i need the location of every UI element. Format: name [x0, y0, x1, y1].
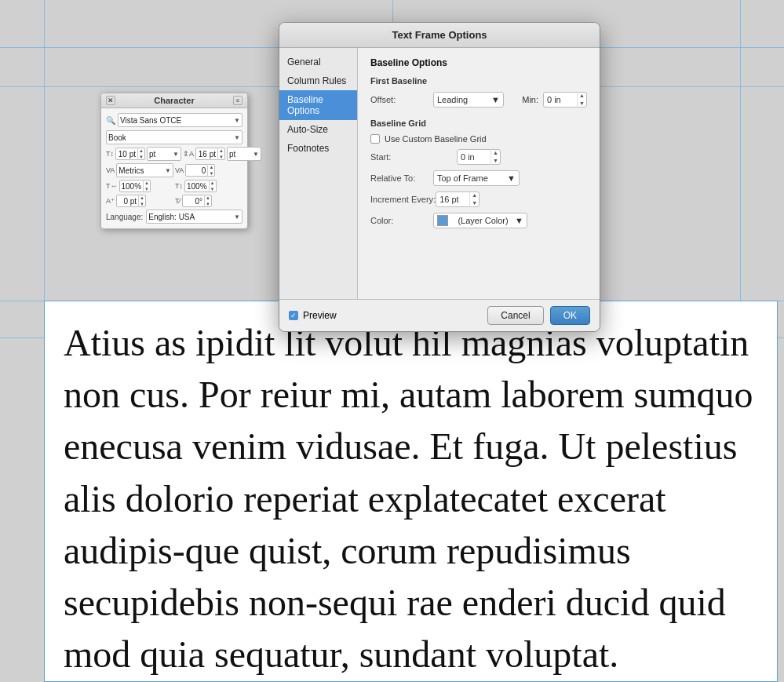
h-scale-label: T↔ — [106, 182, 118, 190]
kerning-value-field[interactable]: 0 ▲ ▼ — [185, 164, 215, 177]
kerning-value-arrows[interactable]: ▲ ▼ — [207, 164, 214, 177]
v-scale-group: T↕ 100% ▲ ▼ — [175, 180, 242, 192]
v-scale-up[interactable]: ▲ — [210, 180, 216, 186]
sidebar-item-column-rules[interactable]: Column Rules — [279, 71, 357, 90]
sidebar-item-auto-size[interactable]: Auto-Size — [279, 120, 357, 139]
panel-title: Character — [115, 96, 233, 105]
color-swatch — [437, 215, 448, 226]
min-up-arrow[interactable]: ▲ — [578, 92, 586, 100]
kerning-type-dropdown[interactable]: Metrics ▼ — [116, 163, 173, 177]
leading-field[interactable]: 16 pt ▲ ▼ — [195, 148, 225, 160]
leading-unit-dropdown[interactable]: pt ▼ — [227, 147, 261, 161]
kerning-type-value: Metrics — [119, 166, 144, 175]
sidebar-item-baseline-options[interactable]: Baseline Options — [279, 90, 357, 120]
h-scale-up[interactable]: ▲ — [144, 180, 150, 186]
panel-close-button[interactable]: ✕ — [106, 96, 115, 105]
font-name-dropdown[interactable]: Vista Sans OTCE ▼ — [118, 113, 242, 127]
v-scale-value: 100% — [185, 182, 209, 191]
skew-up[interactable]: ▲ — [205, 195, 211, 201]
font-size-field[interactable]: 10 pt ▲ ▼ — [115, 148, 145, 160]
h-scale-down[interactable]: ▼ — [144, 186, 150, 192]
increment-field[interactable]: 16 pt ▲ ▼ — [436, 191, 480, 207]
start-up-arrow[interactable]: ▲ — [491, 149, 500, 157]
cancel-button[interactable]: Cancel — [487, 306, 543, 325]
kerning-value-label: VA — [175, 166, 184, 174]
min-field[interactable]: 0 in ▲ ▼ — [543, 92, 587, 108]
start-down-arrow[interactable]: ▼ — [491, 157, 500, 165]
chevron-down-icon-4: ▼ — [253, 151, 259, 158]
min-label: Min: — [522, 95, 538, 104]
relative-to-dropdown[interactable]: Top of Frame ▼ — [433, 170, 520, 186]
font-size-group: T↕ 10 pt ▲ ▼ pt ▼ — [106, 147, 181, 161]
panel-body: 🔍 Vista Sans OTCE ▼ Book ▼ T↕ 10 pt — [101, 108, 247, 228]
baseline-field[interactable]: 0 pt ▲ ▼ — [116, 195, 146, 207]
use-custom-checkbox[interactable] — [370, 134, 380, 144]
kerning-type-label: VA — [106, 166, 115, 174]
v-scale-field[interactable]: 100% ▲ ▼ — [184, 180, 217, 192]
skew-arrows[interactable]: ▲ ▼ — [204, 195, 211, 207]
h-scale-value: 100% — [120, 182, 144, 191]
text-frame-options-dialog: Text Frame Options General Column Rules … — [279, 22, 600, 332]
start-field[interactable]: 0 in ▲ ▼ — [457, 149, 501, 165]
preview-label: Preview — [303, 310, 337, 321]
dialog-footer: ✓ Preview Cancel OK — [279, 299, 600, 331]
font-size-up-arrow[interactable]: ▲ — [138, 148, 144, 154]
min-value: 0 in — [544, 95, 577, 104]
skew-down[interactable]: ▼ — [205, 201, 211, 207]
preview-checkbox[interactable]: ✓ — [289, 311, 298, 320]
baseline-group: A⁺ 0 pt ▲ ▼ — [106, 195, 173, 207]
kerning-up-arrow[interactable]: ▲ — [208, 164, 214, 170]
font-size-unit-dropdown[interactable]: pt ▼ — [147, 147, 181, 161]
start-arrows[interactable]: ▲ ▼ — [490, 149, 500, 165]
kerning-down-arrow[interactable]: ▼ — [208, 170, 214, 177]
min-group: Min: 0 in ▲ ▼ — [522, 92, 587, 108]
chevron-down-icon-3: ▼ — [173, 151, 179, 158]
skew-field[interactable]: 0° ▲ ▼ — [182, 195, 212, 207]
offset-dropdown[interactable]: Leading ▼ — [433, 92, 504, 108]
font-search-row: 🔍 Vista Sans OTCE ▼ — [106, 113, 242, 127]
font-size-down-arrow[interactable]: ▼ — [138, 154, 144, 160]
chevron-down-icon: ▼ — [234, 117, 240, 124]
dialog-content-area: Baseline Options First Baseline Offset: … — [358, 48, 600, 299]
min-down-arrow[interactable]: ▼ — [578, 100, 586, 108]
baseline-up[interactable]: ▲ — [139, 195, 145, 201]
v-scale-arrows[interactable]: ▲ ▼ — [209, 180, 216, 192]
font-style-dropdown[interactable]: Book ▼ — [106, 130, 242, 144]
color-dropdown[interactable]: (Layer Color) ▼ — [433, 213, 527, 228]
baseline-down[interactable]: ▼ — [139, 201, 145, 207]
chevron-down-icon-5: ▼ — [165, 167, 171, 174]
leading-arrows[interactable]: ▲ ▼ — [217, 148, 224, 160]
panel-titlebar: ✕ Character ≡ — [101, 93, 247, 108]
chevron-down-icon-offset: ▼ — [491, 95, 500, 104]
h-scale-field[interactable]: 100% ▲ ▼ — [119, 180, 151, 192]
ok-button[interactable]: OK — [550, 306, 590, 325]
start-value: 0 in — [458, 152, 490, 162]
leading-up-arrow[interactable]: ▲ — [218, 148, 224, 154]
min-arrows[interactable]: ▲ ▼ — [577, 92, 586, 108]
leading-value: 16 pt — [196, 150, 217, 159]
baseline-arrows[interactable]: ▲ ▼ — [138, 195, 145, 207]
offset-label: Offset: — [370, 95, 433, 104]
relative-to-row: Relative To: Top of Frame ▼ — [370, 170, 587, 186]
language-label: Language: — [106, 213, 143, 221]
increment-arrows[interactable]: ▲ ▼ — [469, 191, 479, 207]
language-dropdown[interactable]: English: USA ▼ — [146, 210, 242, 224]
size-leading-row: T↕ 10 pt ▲ ▼ pt ▼ ⇕A — [106, 147, 242, 161]
leading-down-arrow[interactable]: ▼ — [218, 154, 224, 160]
offset-value: Leading — [437, 95, 468, 104]
chevron-down-icon-relative: ▼ — [507, 173, 516, 183]
increment-up-arrow[interactable]: ▲ — [470, 191, 479, 199]
v-scale-down[interactable]: ▼ — [210, 186, 216, 192]
panel-collapse-button[interactable]: ≡ — [233, 96, 242, 105]
color-row: Color: (Layer Color) ▼ — [370, 213, 587, 228]
increment-down-arrow[interactable]: ▼ — [470, 199, 479, 207]
offset-row: Offset: Leading ▼ Min: 0 in ▲ — [370, 92, 587, 108]
font-size-unit-value: pt — [149, 150, 155, 159]
dialog-sidebar: General Column Rules Baseline Options Au… — [279, 48, 358, 299]
text-frame[interactable]: Atius as ipidit lit volut hil magnias vo… — [44, 301, 778, 682]
sidebar-item-general[interactable]: General — [279, 53, 357, 71]
h-scale-arrows[interactable]: ▲ ▼ — [143, 180, 150, 192]
font-size-arrows[interactable]: ▲ ▼ — [137, 148, 144, 160]
leading-icon-label: ⇕A — [183, 150, 194, 158]
sidebar-item-footnotes[interactable]: Footnotes — [279, 139, 357, 158]
